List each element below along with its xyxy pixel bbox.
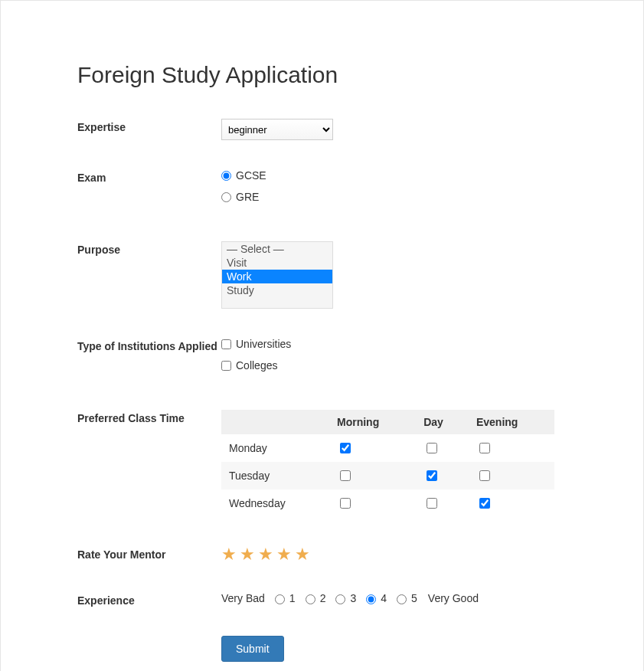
classtime-column-header: Evening: [469, 410, 554, 434]
classtime-day-cell: Wednesday: [221, 489, 329, 517]
classtime-checkbox[interactable]: [427, 470, 437, 481]
purpose-option[interactable]: Visit: [222, 256, 332, 270]
expertise-label: Expertise: [77, 119, 221, 133]
classtime-checkbox[interactable]: [479, 498, 490, 509]
experience-radio-1[interactable]: [275, 594, 285, 604]
experience-option-label: 1: [289, 592, 296, 604]
experience-option-label: 3: [350, 592, 356, 604]
classtime-day-cell: Monday: [221, 434, 329, 462]
experience-option-label: 2: [320, 592, 326, 604]
classtime-checkbox[interactable]: [340, 470, 351, 481]
experience-right-label: Very Good: [428, 592, 479, 604]
experience-option-1[interactable]: 1: [271, 592, 296, 604]
classtime-checkbox[interactable]: [340, 443, 351, 453]
experience-label: Experience: [77, 592, 221, 607]
purpose-label: Purpose: [77, 241, 221, 256]
institution-checkbox-colleges[interactable]: [221, 361, 231, 371]
classtime-column-header: Morning: [329, 410, 416, 434]
classtime-checkbox[interactable]: [479, 470, 490, 481]
exam-label: Exam: [77, 169, 221, 184]
exam-option-gre[interactable]: GRE: [221, 191, 558, 203]
institutions-label: Type of Institutions Applied: [77, 338, 221, 352]
institution-option-label: Colleges: [236, 359, 277, 372]
institution-option-universities[interactable]: Universities: [221, 338, 558, 350]
mentor-label: Rate Your Mentor: [77, 546, 221, 561]
expertise-select[interactable]: beginner: [221, 119, 333, 140]
classtime-checkbox[interactable]: [427, 498, 437, 509]
experience-option-label: 4: [381, 592, 387, 604]
experience-option-label: 5: [411, 592, 417, 604]
page-title: Foreign Study Application: [77, 62, 567, 88]
experience-radio-5[interactable]: [397, 594, 407, 604]
purpose-option[interactable]: — Select —: [222, 242, 332, 256]
institution-checkbox-universities[interactable]: [221, 339, 231, 349]
submit-button[interactable]: Submit: [221, 636, 284, 662]
experience-option-2[interactable]: 2: [302, 592, 326, 604]
classtime-column-header: [221, 410, 329, 434]
table-row: Tuesday: [221, 462, 554, 489]
experience-radio-2[interactable]: [306, 594, 315, 604]
institution-option-label: Universities: [236, 338, 291, 350]
table-row: Monday: [221, 434, 554, 462]
experience-option-5[interactable]: 5: [393, 592, 417, 604]
exam-option-label: GRE: [236, 191, 259, 203]
classtime-label: Preferred Class Time: [77, 410, 221, 424]
exam-radio-gre[interactable]: [221, 192, 231, 202]
classtime-table: MorningDayEvening MondayTuesdayWednesday: [221, 410, 554, 517]
purpose-listbox[interactable]: — Select —VisitWorkStudy: [221, 241, 333, 309]
experience-option-3[interactable]: 3: [332, 592, 356, 604]
institution-option-colleges[interactable]: Colleges: [221, 359, 558, 372]
exam-option-gcse[interactable]: GCSE: [221, 169, 558, 182]
classtime-checkbox[interactable]: [479, 443, 490, 453]
classtime-column-header: Day: [416, 410, 469, 434]
mentor-stars[interactable]: ★★★★★: [221, 546, 558, 563]
experience-radio-4[interactable]: [366, 594, 376, 604]
exam-radio-gcse[interactable]: [221, 171, 231, 181]
purpose-option[interactable]: Study: [222, 283, 332, 297]
exam-option-label: GCSE: [236, 169, 266, 182]
experience-radio-3[interactable]: [335, 594, 345, 604]
purpose-option[interactable]: Work: [222, 270, 332, 283]
table-row: Wednesday: [221, 489, 554, 517]
experience-left-label: Very Bad: [221, 592, 265, 604]
classtime-checkbox[interactable]: [427, 443, 437, 453]
classtime-checkbox[interactable]: [340, 498, 351, 509]
experience-option-4[interactable]: 4: [362, 592, 387, 604]
classtime-day-cell: Tuesday: [221, 462, 329, 489]
